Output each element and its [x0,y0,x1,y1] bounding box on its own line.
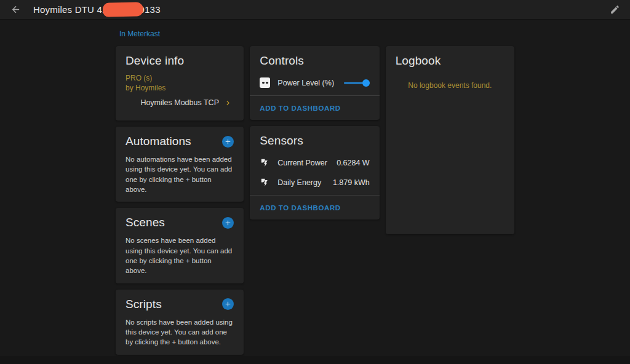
device-info-card: Device info PRO (s) by Hoymiles Hoymiles… [116,46,244,121]
redaction-blob [102,2,143,17]
controls-card: Controls Power Level (%) ADD TO DASH [250,46,379,120]
integration-label: Hoymiles Modbus TCP [140,98,219,107]
logbook-empty-text: No logbook events found. [396,81,504,90]
controls-title: Controls [260,54,369,68]
device-model: PRO (s) [126,74,234,82]
scripts-card: Scripts No scripts have been added using… [116,290,244,355]
back-button[interactable] [7,2,23,18]
add-scene-button[interactable] [222,217,234,229]
integration-link[interactable]: Hoymiles Modbus TCP [126,92,234,113]
control-label: Power Level (%) [277,79,334,87]
solar-power-icon [260,157,270,168]
sensor-row-current-power[interactable]: Current Power 0.6284 W [260,157,369,168]
automations-empty-text: No automations have been added using thi… [126,154,234,194]
edit-device-button[interactable] [607,2,623,18]
area-link[interactable]: In Meterkast [119,30,160,38]
sensors-card: Sensors Current Power 0.6284 W [250,126,379,220]
sensor-value: 0.6284 W [337,159,370,167]
pencil-icon [610,4,620,15]
plus-icon [224,138,232,146]
scripts-empty-text: No scripts have been added using this de… [126,317,234,347]
column-right: Logbook No logbook events found. [386,46,514,234]
power-level-slider[interactable] [344,79,370,87]
main-content: In Meterkast Device info PRO (s) by Hoym… [0,20,630,355]
card-grid: Device info PRO (s) by Hoymiles Hoymiles… [116,46,514,355]
arrow-left-icon [10,4,21,15]
scenes-title: Scenes [126,216,165,229]
automations-title: Automations [126,135,191,148]
column-left: Device info PRO (s) by Hoymiles Hoymiles… [116,46,244,355]
add-script-button[interactable] [222,298,234,310]
logbook-title: Logbook [396,54,504,68]
sensor-value: 1.879 kWh [333,178,370,187]
page-title: Hoymiles DTU 41 9133 [33,2,161,17]
automations-card: Automations No automations have been add… [116,127,244,202]
plus-icon [224,300,232,308]
sensors-title: Sensors [260,134,369,148]
scenes-empty-text: No scenes have been added using this dev… [126,235,234,275]
device-info-title: Device info [126,54,234,68]
scenes-card: Scenes No scenes have been added using t… [116,208,244,283]
scripts-title: Scripts [126,298,162,311]
controls-add-to-dashboard-link[interactable]: ADD TO DASHBOARD [260,105,340,112]
control-row-power-level: Power Level (%) [260,77,369,88]
sensor-label: Current Power [277,159,327,167]
device-manufacturer: by Hoymiles [126,84,234,92]
page-title-prefix: Hoymiles DTU 41 [33,4,108,15]
power-socket-icon [260,77,270,88]
column-middle: Controls Power Level (%) ADD TO DASH [250,46,379,220]
app-header: Hoymiles DTU 41 9133 [0,0,630,20]
solar-power-icon [260,177,270,188]
slider-thumb[interactable] [362,79,370,87]
chevron-right-icon [223,98,233,108]
window-bottom-strip [0,356,630,364]
plus-icon [224,219,232,227]
add-automation-button[interactable] [222,136,234,148]
sensor-row-daily-energy[interactable]: Daily Energy 1.879 kWh [260,177,369,188]
logbook-card: Logbook No logbook events found. [386,46,514,234]
sensors-add-to-dashboard-link[interactable]: ADD TO DASHBOARD [260,204,340,212]
sensor-label: Daily Energy [277,178,321,187]
